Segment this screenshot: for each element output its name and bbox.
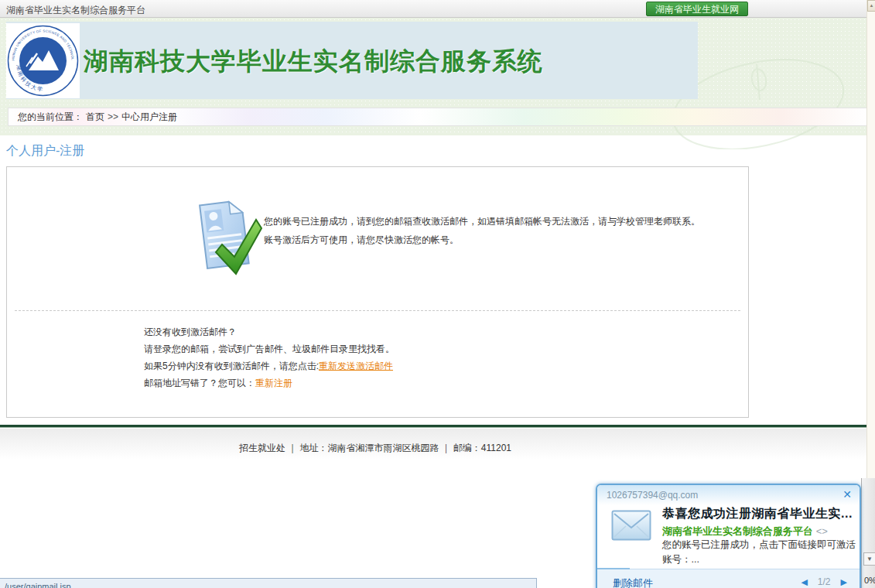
sender-address: <> (816, 525, 828, 537)
mail-sender: 湖南省毕业生实名制综合服务平台 <> (662, 525, 828, 538)
registration-success-icon (186, 195, 264, 279)
result-message: 您的账号已注册成功，请到您的邮箱查收激活邮件，如遇错填邮箱帐号无法激活，请与学校… (264, 212, 736, 249)
registration-result-panel: 您的账号已注册成功，请到您的邮箱查收激活邮件，如遇错填邮箱帐号无法激活，请与学校… (6, 166, 749, 418)
status-url: /user/gainmail.jsp (5, 582, 71, 588)
prev-mail-icon[interactable]: ◀ (801, 577, 807, 587)
footer-divider-bar (0, 425, 875, 428)
result-message-line2: 账号激活后方可使用，请您尽快激活您的帐号。 (264, 231, 736, 249)
envelope-icon (611, 510, 651, 541)
breadcrumb-home-link[interactable]: 首页 (86, 111, 104, 122)
sender-name: 湖南省毕业生实名制综合服务平台 (662, 525, 813, 537)
footer-text: 招生就业处 ｜ 地址：湖南省湘潭市雨湖区桃园路 ｜ 邮编：411201 (0, 429, 750, 455)
banner: HUNAN UNIVERSITY OF SCIENCE AND TECHNOLO… (6, 22, 698, 99)
background-window-fragment: ▼ 0% (861, 478, 875, 588)
breadcrumb-current: 中心用户注册 (121, 111, 177, 122)
scroll-up-icon[interactable]: ▲ (867, 0, 875, 12)
topbar: 湖南省毕业生实名制综合服务平台 湖南省毕业生就业网 (0, 0, 875, 18)
zoom-percent: 0% (864, 576, 875, 585)
page-title: 个人用户-注册 (6, 143, 84, 159)
no-mail-question: 还没有收到激活邮件？ (144, 323, 395, 340)
breadcrumb-label: 您的当前位置： (18, 111, 83, 122)
status-bar: /user/gainmail.jsp (0, 578, 537, 588)
resend-line: 如果5分钟内没有收到激活邮件，请您点击:重新发送激活邮件 (144, 357, 395, 374)
university-logo: HUNAN UNIVERSITY OF SCIENCE AND TECHNOLO… (6, 23, 80, 98)
mail-subject[interactable]: 恭喜您成功注册湖南省毕业生实... (662, 506, 856, 522)
wrong-email-line: 邮箱地址写错了？您可以：重新注册 (144, 374, 395, 391)
resend-prefix: 如果5分钟内没有收到激活邮件，请您点击: (144, 361, 319, 371)
breadcrumb: 您的当前位置：首页>>中心用户注册 (8, 108, 868, 126)
page-scrollbar[interactable]: ▲ (866, 0, 875, 478)
browser-viewport: 湖南省毕业生实名制综合服务平台 湖南省毕业生就业网 (0, 0, 875, 588)
check-spam-tip: 请登录您的邮箱，尝试到广告邮件、垃圾邮件目录里找找看。 (144, 340, 395, 357)
result-message-line1: 您的账号已注册成功，请到您的邮箱查收激活邮件，如遇错填邮箱帐号无法激活，请与学校… (264, 212, 736, 231)
mail-preview: 您的账号已注册成功，点击下面链接即可激活账号：... (662, 538, 857, 567)
wrong-email-prefix: 邮箱地址写错了？您可以： (144, 378, 255, 388)
resend-help-block: 还没有收到激活邮件？ 请登录您的邮箱，尝试到广告邮件、垃圾邮件目录里找找看。 如… (144, 323, 395, 391)
footer: 招生就业处 ｜ 地址：湖南省湘潭市雨湖区桃园路 ｜ 邮编：411201 (0, 429, 875, 469)
close-icon[interactable]: ✕ (843, 488, 852, 501)
site-title: 湖南省毕业生实名制综合服务平台 (6, 4, 145, 17)
delete-mail-link[interactable]: 删除邮件 (613, 576, 653, 588)
resend-activation-link[interactable]: 重新发送激活邮件 (319, 361, 393, 371)
system-title: 湖南科技大学毕业生实名制综合服务系统 (84, 45, 543, 79)
popup-footer: 删除邮件 ◀ 1/2 ▶ (597, 569, 860, 588)
next-mail-icon[interactable]: ▶ (841, 577, 847, 587)
dashed-separator (15, 310, 740, 311)
dropdown-icon[interactable]: ▼ (863, 552, 875, 566)
breadcrumb-separator: >> (108, 111, 118, 122)
reregister-link[interactable]: 重新注册 (255, 378, 292, 388)
page-indicator: 1/2 (818, 576, 831, 587)
qq-mail-notification: 1026757394@qq.com ✕ 恭喜您成功注册湖南省毕业生实... 湖南… (596, 484, 861, 588)
mail-account: 1026757394@qq.com (607, 490, 698, 501)
popup-header: 1026757394@qq.com ✕ (597, 485, 860, 505)
jobs-site-button[interactable]: 湖南省毕业生就业网 (646, 2, 748, 16)
mail-pager: ◀ 1/2 ▶ (801, 576, 847, 587)
